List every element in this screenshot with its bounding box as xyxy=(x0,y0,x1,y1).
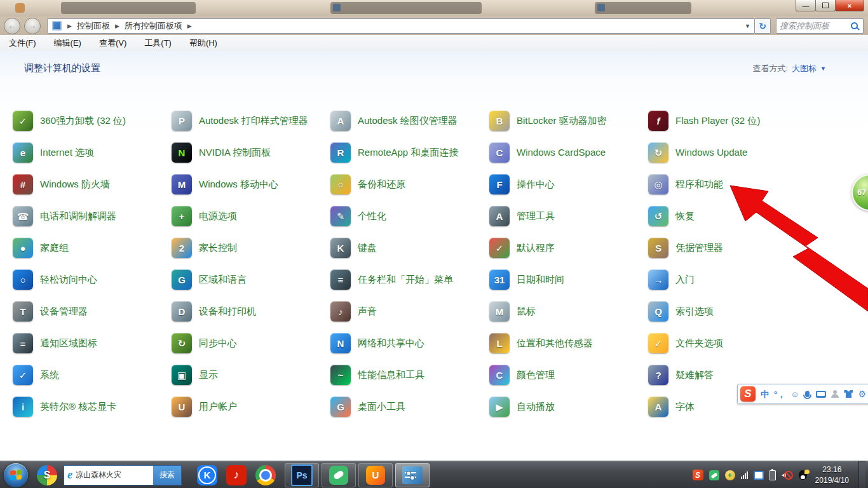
cp-item[interactable]: AAutodesk 绘图仪管理器 xyxy=(330,105,489,137)
skin-icon[interactable] xyxy=(844,390,853,398)
cp-item[interactable]: ○轻松访问中心 xyxy=(13,264,172,295)
sogou-logo-icon[interactable]: S xyxy=(740,386,756,402)
taskbar-search-query[interactable]: 凉山森林火灾 xyxy=(76,470,153,480)
tray-clock[interactable]: 23:16 2019/4/10 xyxy=(815,464,849,485)
cp-item[interactable]: C颜色管理 xyxy=(489,359,648,391)
control-panel-taskbar-button[interactable] xyxy=(395,463,430,487)
cp-item[interactable]: →入门 xyxy=(648,264,807,295)
cp-item[interactable]: +电源选项 xyxy=(172,200,330,232)
cp-item[interactable]: S凭据管理器 xyxy=(648,232,807,264)
chinese-mode-icon[interactable]: 中 xyxy=(761,390,769,398)
breadcrumb-arrow-icon[interactable]: ▶ xyxy=(184,23,196,29)
cp-item[interactable]: ↻Windows Update xyxy=(648,137,807,168)
sogou-tray-icon[interactable]: S xyxy=(693,470,703,480)
cp-item[interactable]: ✓文件夹选项 xyxy=(648,327,807,359)
volume-muted-icon[interactable] xyxy=(782,470,793,480)
cp-item[interactable]: ●家庭组 xyxy=(13,232,172,264)
search-control-panel-input[interactable]: 搜索控制面板 xyxy=(776,18,864,34)
taskbar-search-widget[interactable]: e 凉山森林火灾 搜索 xyxy=(64,465,182,485)
cp-item[interactable]: eInternet 选项 xyxy=(13,137,172,168)
cp-item[interactable]: ▶自动播放 xyxy=(489,391,648,423)
address-dropdown-icon[interactable]: ▼ xyxy=(745,23,750,29)
microphone-icon[interactable] xyxy=(805,391,810,397)
chevron-down-icon[interactable]: ▼ xyxy=(820,65,826,72)
cp-item[interactable]: ☎电话和调制解调器 xyxy=(13,200,172,232)
cp-item[interactable]: ✓360强力卸载 (32 位) xyxy=(13,105,172,137)
uc-browser-taskbar-button[interactable]: U xyxy=(358,463,393,487)
restore-button[interactable] xyxy=(815,0,836,11)
cp-item[interactable]: Q索引选项 xyxy=(648,295,807,327)
cp-item[interactable]: CWindows CardSpace xyxy=(489,137,648,168)
menu-tools[interactable]: 工具(T) xyxy=(135,37,180,49)
menu-help[interactable]: 帮助(H) xyxy=(180,37,226,49)
cp-item[interactable]: A管理工具 xyxy=(489,200,648,232)
emoji-icon[interactable]: ☺ xyxy=(790,390,799,398)
cp-item[interactable]: ≡任务栏和「开始」菜单 xyxy=(330,264,489,295)
kugou-music-icon[interactable]: K xyxy=(197,465,217,485)
cp-item[interactable]: N网络和共享中心 xyxy=(330,327,489,359)
cp-item[interactable]: MWindows 移动中心 xyxy=(172,168,330,200)
cp-item[interactable]: RRemoteApp 和桌面连接 xyxy=(330,137,489,168)
photoshop-taskbar-button[interactable]: Ps xyxy=(285,463,319,487)
cp-item[interactable]: ✓默认程序 xyxy=(489,232,648,264)
start-button[interactable] xyxy=(4,463,28,487)
chrome-icon[interactable] xyxy=(255,465,276,485)
breadcrumb-arrow-icon[interactable]: ▶ xyxy=(64,23,76,29)
breadcrumb-arrow-icon[interactable]: ▶ xyxy=(111,23,123,29)
breadcrumb[interactable]: ▶控制面板▶所有控制面板项▶ ▼ xyxy=(47,18,755,34)
sogou-ime-bar[interactable]: S 中 °， ☺ ⚙ xyxy=(737,384,868,404)
cp-item[interactable]: PAutodesk 打印样式管理器 xyxy=(172,105,330,137)
cp-item[interactable]: ≡通知区域图标 xyxy=(13,327,172,359)
cp-item[interactable]: 2家长控制 xyxy=(172,232,330,264)
cp-item[interactable]: ♪声音 xyxy=(330,295,489,327)
cp-item[interactable]: NNVIDIA 控制面板 xyxy=(172,137,330,168)
cp-item[interactable]: 31日期和时间 xyxy=(489,264,648,295)
cp-item[interactable]: ↻同步中心 xyxy=(172,327,330,359)
soft-keyboard-icon[interactable] xyxy=(816,391,826,398)
breadcrumb-segment[interactable]: 所有控制面板项 xyxy=(123,20,184,32)
cp-item[interactable]: ○备份和还原 xyxy=(330,168,489,200)
menu-edit[interactable]: 编辑(E) xyxy=(45,37,90,49)
ime-language-tray-icon[interactable] xyxy=(754,471,764,480)
cp-item[interactable]: G桌面小工具 xyxy=(330,391,489,423)
cp-item[interactable]: K键盘 xyxy=(330,232,489,264)
account-icon[interactable] xyxy=(831,390,839,398)
cp-item[interactable]: ↺恢复 xyxy=(648,200,807,232)
cp-item[interactable]: T设备管理器 xyxy=(13,295,172,327)
cp-item[interactable]: ▣显示 xyxy=(172,359,330,391)
close-button[interactable]: × xyxy=(835,0,864,11)
green-cross-tray-icon[interactable]: + xyxy=(725,470,735,480)
cp-item[interactable]: ◎程序和功能 xyxy=(648,168,807,200)
toolbox-icon[interactable]: ⚙ xyxy=(858,389,866,399)
cp-item[interactable]: G区域和语言 xyxy=(172,264,330,295)
forward-button[interactable]: → xyxy=(24,18,41,34)
taskbar-search-button[interactable]: 搜索 xyxy=(153,466,181,485)
green-capsule-app-taskbar-button[interactable] xyxy=(322,463,356,487)
qq-tray-icon[interactable] xyxy=(799,470,807,480)
cp-item[interactable]: ✓系统 xyxy=(13,359,172,391)
back-button[interactable]: ← xyxy=(4,18,20,34)
cp-item[interactable]: #Windows 防火墙 xyxy=(13,168,172,200)
cp-item[interactable]: M鼠标 xyxy=(489,295,648,327)
cp-item[interactable]: ✎个性化 xyxy=(330,200,489,232)
cp-item[interactable]: i英特尔® 核芯显卡 xyxy=(13,391,172,423)
minimize-button[interactable]: — xyxy=(796,0,816,11)
show-desktop-button[interactable] xyxy=(858,461,865,488)
view-by-value[interactable]: 大图标 xyxy=(792,63,817,74)
refresh-button[interactable]: ↻ xyxy=(755,18,771,34)
menu-file[interactable]: 文件(F) xyxy=(0,37,45,49)
network-signal-icon[interactable] xyxy=(741,471,748,479)
cp-item[interactable]: fFlash Player (32 位) xyxy=(648,105,807,137)
cp-item[interactable]: BBitLocker 驱动器加密 xyxy=(489,105,648,137)
cp-item[interactable]: D设备和打印机 xyxy=(172,295,330,327)
menu-view[interactable]: 查看(V) xyxy=(90,37,135,49)
punctuation-mode-icon[interactable]: °， xyxy=(774,390,785,398)
breadcrumb-segment[interactable]: 控制面板 xyxy=(76,20,111,32)
cp-item[interactable]: L位置和其他传感器 xyxy=(489,327,648,359)
cp-item[interactable]: F操作中心 xyxy=(489,168,648,200)
green-capsule-tray-icon[interactable] xyxy=(709,470,719,480)
view-controls[interactable]: 查看方式: 大图标 ▼ xyxy=(752,63,826,74)
sogou-browser-icon[interactable]: S xyxy=(37,465,57,485)
battery-icon[interactable] xyxy=(770,470,776,480)
cp-item[interactable]: ~性能信息和工具 xyxy=(330,359,489,391)
